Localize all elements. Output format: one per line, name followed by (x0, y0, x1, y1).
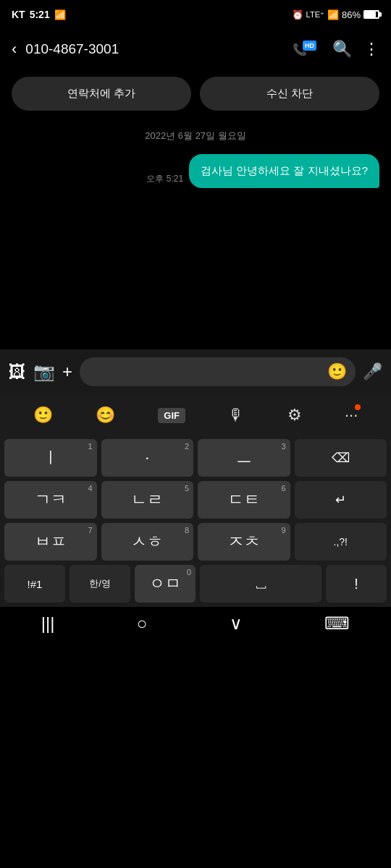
signal-bar-icon: 📶 (327, 9, 339, 20)
keyboard-bottom-row: !#1 한/영 0ㅇㅁ ⎵ ! (4, 565, 387, 603)
contact-number: 010-4867-3001 (25, 41, 284, 57)
nav-home-icon[interactable]: ○ (137, 613, 148, 634)
header: ‹ 010-4867-3001 📞HD 🔍 ⋮ (0, 29, 391, 69)
search-icon[interactable]: 🔍 (332, 40, 352, 59)
voice-icon[interactable]: 🎤 (363, 362, 382, 381)
back-button[interactable]: ‹ (12, 40, 17, 59)
block-receive-button[interactable]: 수신 차단 (200, 77, 379, 111)
sticker-icon[interactable]: 🙂 (33, 406, 53, 425)
camera-icon[interactable]: 📷 (33, 362, 55, 382)
header-icons: 📞HD 🔍 ⋮ (293, 40, 379, 59)
keyboard-row-2: 4ㄱㅋ 5ㄴㄹ 6ㄷㅌ ↵ (4, 481, 387, 519)
key-9[interactable]: 9ㅈㅊ (198, 523, 290, 561)
nav-back-icon[interactable]: ||| (41, 613, 55, 634)
status-left: KT 5:21 📶 (12, 9, 66, 20)
key-3[interactable]: 3ㅡ (198, 439, 290, 477)
action-buttons: 연락처에 추가 수신 차단 (0, 69, 391, 118)
space-key[interactable]: ⎵ (200, 565, 321, 603)
input-toolbar: 🖼 📷 + 🙂 🎤 (0, 349, 391, 394)
input-emoji-icon[interactable]: 🙂 (327, 362, 347, 381)
emoji-icon[interactable]: 😊 (96, 406, 115, 425)
status-right: ⏰ LTE⁺ 📶 86% (292, 9, 379, 20)
punctuation-key[interactable]: .,?! (295, 523, 387, 561)
keyboard: 1ㅣ 2· 3ㅡ ⌫ 4ㄱㅋ 5ㄴㄹ 6ㄷㅌ ↵ 7ㅂㅍ 8ㅅㅎ 9ㅈㅊ (0, 436, 391, 607)
settings-icon[interactable]: ⚙ (287, 406, 302, 425)
nav-recents-icon[interactable]: ∨ (230, 613, 243, 634)
mic-icon[interactable]: 🎙 (228, 406, 244, 425)
time-label: 5:21 (30, 9, 50, 20)
gif-button[interactable]: GIF (158, 408, 185, 423)
nav-keyboard-icon[interactable]: ⌨ (324, 613, 350, 634)
alarm-icon: ⏰ (292, 9, 303, 20)
keyboard-toolbar: 🙂 😊 GIF 🎙 ⚙ ··· (0, 394, 391, 436)
key-6[interactable]: 6ㄷㅌ (198, 481, 290, 519)
hd-badge: HD (303, 41, 316, 51)
date-label: 2022년 6월 27일 월요일 (12, 129, 379, 142)
key-8[interactable]: 8ㅅㅎ (101, 523, 194, 561)
key-4[interactable]: 4ㄱㅋ (4, 481, 97, 519)
nav-bar: ||| ○ ∨ ⌨ (0, 607, 391, 643)
battery-percent: 86% (342, 9, 361, 20)
plus-icon[interactable]: + (62, 362, 72, 382)
message-bubble: 검사님 안녕하세요 잘 지내셨나요? (189, 154, 379, 188)
exclaim-key[interactable]: ! (326, 565, 387, 603)
enter-key[interactable]: ↵ (295, 481, 387, 519)
signal-icons: 📶 (54, 9, 66, 20)
message-text: 검사님 안녕하세요 잘 지내셨나요? (201, 164, 368, 176)
message-input-field[interactable]: 🙂 (80, 357, 356, 386)
lte-label: LTE⁺ (306, 10, 324, 20)
chat-area: 2022년 6월 27일 월요일 오후 5:21 검사님 안녕하세요 잘 지내셨… (0, 118, 391, 349)
key-7[interactable]: 7ㅂㅍ (4, 523, 97, 561)
message-time: 오후 5:21 (146, 173, 183, 185)
key-2[interactable]: 2· (101, 439, 194, 477)
carrier-label: KT (12, 9, 25, 20)
hd-call-icon[interactable]: 📞HD (293, 43, 321, 56)
gallery-icon[interactable]: 🖼 (9, 362, 26, 382)
more-options-icon[interactable]: ··· (345, 406, 358, 425)
symbols-key[interactable]: !#1 (4, 565, 65, 603)
key-1[interactable]: 1ㅣ (4, 439, 97, 477)
backspace-key[interactable]: ⌫ (295, 439, 387, 477)
add-contact-button[interactable]: 연락처에 추가 (12, 77, 191, 111)
lang-key[interactable]: 한/영 (70, 565, 130, 603)
key-5[interactable]: 5ㄴㄹ (101, 481, 194, 519)
keyboard-row-3: 7ㅂㅍ 8ㅅㅎ 9ㅈㅊ .,?! (4, 523, 387, 561)
status-bar: KT 5:21 📶 ⏰ LTE⁺ 📶 86% (0, 0, 391, 29)
keyboard-row-1: 1ㅣ 2· 3ㅡ ⌫ (4, 439, 387, 477)
more-icon[interactable]: ⋮ (363, 40, 379, 59)
message-row: 오후 5:21 검사님 안녕하세요 잘 지내셨나요? (12, 154, 379, 188)
key-0[interactable]: 0ㅇㅁ (135, 565, 196, 603)
battery-icon (363, 10, 379, 19)
